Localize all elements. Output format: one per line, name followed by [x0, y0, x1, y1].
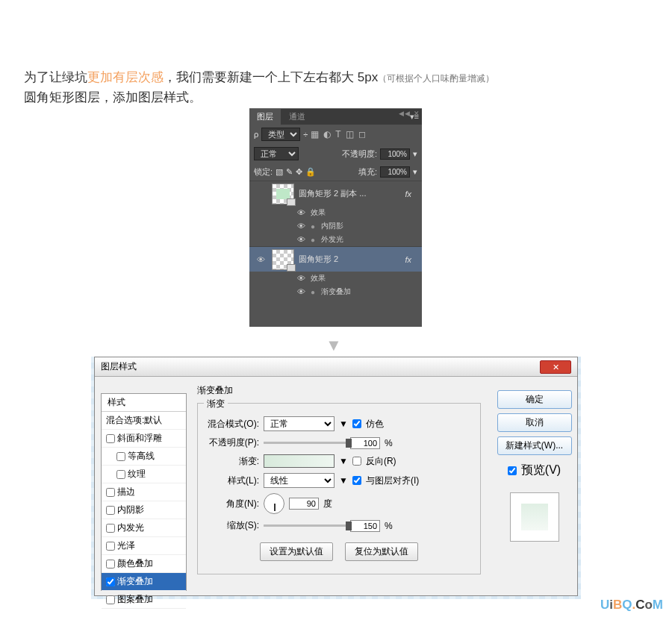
- color-overlay-option[interactable]: 颜色叠加: [102, 555, 186, 573]
- angle-dial[interactable]: [264, 493, 284, 514]
- new-style-button[interactable]: 新建样式(W)...: [497, 436, 572, 455]
- gradient-style-select[interactable]: 线性: [264, 473, 335, 488]
- lock-paint-icon[interactable]: ✎: [286, 167, 293, 177]
- pattern-overlay-option[interactable]: 图案叠加: [102, 591, 186, 609]
- opacity-input[interactable]: 100%: [380, 148, 410, 160]
- watermark: UiBQ.CoM: [600, 598, 663, 613]
- reverse-checkbox[interactable]: [352, 457, 361, 466]
- align-checkbox[interactable]: [352, 476, 361, 485]
- fx-badge[interactable]: fx: [405, 255, 411, 264]
- visibility-toggle-icon[interactable]: 👁: [254, 255, 267, 264]
- fx-badge[interactable]: fx: [405, 190, 411, 198]
- styles-header[interactable]: 样式: [102, 394, 186, 412]
- filter-type-select[interactable]: 类型: [261, 128, 300, 141]
- preview-checkbox[interactable]: [508, 466, 517, 475]
- section-title: 渐变叠加: [197, 384, 481, 397]
- layers-panel: ◀◀ ✕ 图层 通道 ▾≡ ρ 类型 ÷ ▦ ◐ T ◫ ◻ 正常 不透明度: …: [249, 108, 422, 327]
- scale-slider[interactable]: [264, 524, 346, 527]
- intro-text: 为了让绿坑更加有层次感，我们需要新建一个上下左右都大 5px（可根据个人口味酌量…: [24, 67, 494, 107]
- opacity-slider[interactable]: [264, 442, 346, 444]
- blend-mode-select[interactable]: 正常: [264, 416, 335, 431]
- opacity-input[interactable]: [350, 437, 380, 449]
- layer-row-copy[interactable]: 圆角矩形 2 副本 ... fx: [249, 181, 422, 206]
- shape-filter-icon[interactable]: ◫: [346, 129, 354, 140]
- visibility-toggle-icon[interactable]: 👁: [294, 287, 308, 296]
- gradient-picker[interactable]: [264, 454, 335, 468]
- inner-glow-option[interactable]: 内发光: [102, 519, 186, 537]
- stroke-option[interactable]: 描边: [102, 483, 186, 501]
- visibility-toggle-icon[interactable]: 👁: [294, 222, 308, 231]
- contour-option[interactable]: 等高线: [102, 448, 186, 466]
- reset-default-button[interactable]: 复位为默认值: [345, 542, 418, 561]
- dither-checkbox[interactable]: [352, 419, 361, 428]
- close-button[interactable]: ✕: [540, 360, 571, 374]
- visibility-toggle-icon[interactable]: 👁: [294, 208, 308, 217]
- gradient-overlay-option[interactable]: 渐变叠加: [102, 573, 186, 591]
- scale-input[interactable]: [350, 520, 380, 532]
- set-default-button[interactable]: 设置为默认值: [260, 542, 333, 561]
- ok-button[interactable]: 确定: [497, 390, 572, 409]
- cancel-button[interactable]: 取消: [497, 413, 572, 432]
- lock-position-icon[interactable]: ✥: [296, 167, 302, 177]
- texture-option[interactable]: 纹理: [102, 466, 186, 483]
- layer-style-dialog: 图层样式 ✕ 样式 混合选项:默认 斜面和浮雕 等高线 纹理 描边 内阴影 内发…: [94, 357, 578, 596]
- adjust-filter-icon[interactable]: ◐: [323, 129, 331, 140]
- satin-option[interactable]: 光泽: [102, 537, 186, 555]
- fieldset-legend: 渐变: [204, 398, 228, 410]
- layer-thumbnail[interactable]: [272, 249, 294, 270]
- blending-options[interactable]: 混合选项:默认: [102, 412, 186, 430]
- smart-filter-icon[interactable]: ◻: [358, 129, 366, 140]
- dialog-titlebar[interactable]: 图层样式 ✕: [95, 357, 577, 377]
- pixel-filter-icon[interactable]: ▦: [311, 129, 319, 140]
- fill-input[interactable]: 100%: [380, 166, 410, 178]
- tab-channels[interactable]: 通道: [281, 109, 313, 125]
- preview-swatch: [510, 492, 559, 542]
- visibility-toggle-icon[interactable]: 👁: [294, 274, 308, 283]
- lock-all-icon[interactable]: 🔒: [305, 167, 316, 177]
- layer-row-selected[interactable]: 👁 圆角矩形 2 fx: [249, 246, 422, 272]
- blend-mode-select[interactable]: 正常: [254, 147, 299, 160]
- bevel-option[interactable]: 斜面和浮雕: [102, 430, 186, 448]
- inner-shadow-option[interactable]: 内阴影: [102, 501, 186, 519]
- type-filter-icon[interactable]: T: [335, 129, 340, 140]
- layer-thumbnail[interactable]: [272, 184, 294, 204]
- style-list: 样式 混合选项:默认 斜面和浮雕 等高线 纹理 描边 内阴影 内发光 光泽 颜色…: [101, 393, 187, 591]
- lock-transparency-icon[interactable]: ▧: [276, 167, 283, 177]
- angle-input[interactable]: [289, 498, 319, 510]
- visibility-toggle-icon[interactable]: 👁: [294, 235, 308, 244]
- tab-layers[interactable]: 图层: [249, 109, 281, 125]
